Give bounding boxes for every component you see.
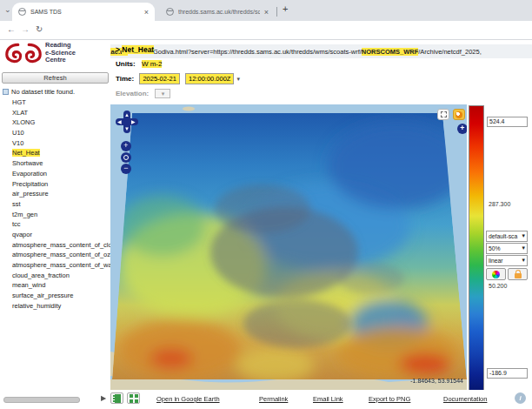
logo-text: Reading e-Science Centre: [45, 42, 76, 64]
tab-screenshots[interactable]: thredds.sams.ac.uk/thredds/screenshots/.…: [160, 3, 275, 21]
palette-select[interactable]: default-sca▾: [486, 231, 528, 242]
filmstrip-icon: [113, 394, 121, 403]
chevron-down-icon: ▾: [522, 232, 525, 239]
sidebar: Reading e-Science Centre Refresh No data…: [0, 40, 110, 390]
google-earth-link[interactable]: Open in Google Earth: [156, 395, 220, 403]
zoom-out-button[interactable]: −: [121, 164, 131, 174]
list-item[interactable]: U10: [0, 128, 110, 138]
url-path: /thredds/Godiva.html?server=https://thre…: [128, 48, 362, 56]
list-item[interactable]: Shortwave: [0, 158, 110, 169]
list-item[interactable]: qvapor: [0, 230, 110, 240]
variable-list: HGT XLAT XLONG U10 V10 Net_Heat Shortwav…: [0, 97, 110, 311]
pan-up-icon[interactable]: ▲: [124, 112, 130, 117]
url-dataset: NORSCOMS_WRF: [362, 48, 418, 56]
forward-icon[interactable]: →: [21, 24, 30, 34]
basemap-palette-button[interactable]: [453, 109, 465, 120]
list-item-selected[interactable]: Net_Heat: [0, 148, 110, 158]
refresh-button[interactable]: Refresh: [2, 72, 109, 84]
elevation-select: ▾: [155, 89, 170, 98]
multi-frame-button[interactable]: [127, 392, 140, 404]
pan-down-icon[interactable]: ▼: [124, 126, 130, 131]
documentation-link[interactable]: Documentation: [443, 395, 487, 403]
tab-title: SAMS TDS: [30, 9, 140, 15]
scale-min-input[interactable]: -186.9: [487, 368, 528, 379]
url-path-end: /Archive/netcdf_2025,: [418, 48, 482, 56]
layer-switcher-button[interactable]: +: [457, 124, 467, 134]
resc-spiral-icon: [4, 42, 43, 64]
globe-icon: [123, 155, 129, 160]
time-date-input[interactable]: 2025-02-21: [139, 73, 179, 84]
tab-sams-tds[interactable]: SAMS TDS ×: [12, 3, 155, 21]
elevation-row: Elevation: ▾: [116, 89, 170, 98]
units-value: W m-2: [142, 60, 163, 68]
list-item[interactable]: Evaporation: [0, 169, 110, 179]
info-icon[interactable]: i: [515, 392, 526, 404]
list-item[interactable]: tcc: [0, 219, 110, 230]
list-item[interactable]: sst: [0, 199, 110, 210]
browser-toolbar: ← → ↻ ⇅ thredds.sams.ac.uk/thredds/Godiv…: [0, 21, 532, 40]
list-item[interactable]: V10: [0, 138, 110, 149]
export-png-link[interactable]: Export to PNG: [369, 395, 410, 403]
cursor-coordinates: -1.84643, 53.91544: [410, 378, 463, 384]
browser-window: ⌄ SAMS TDS × thredds.sams.ac.uk/thredds/…: [0, 0, 532, 409]
pan-right-icon[interactable]: ▶: [131, 119, 136, 124]
list-item[interactable]: surface_air_pressure: [0, 291, 110, 301]
tab-divider: [276, 7, 277, 17]
scale-upper-label: 287.300: [489, 201, 510, 207]
color-scale-bar[interactable]: [469, 105, 484, 396]
lock-icon: [515, 273, 522, 278]
list-item[interactable]: atmosphere_mass_content_of_ozon: [0, 250, 110, 260]
list-item[interactable]: relative_humidity: [0, 301, 110, 312]
list-item[interactable]: atmosphere_mass_content_of_wate: [0, 260, 110, 271]
time-select[interactable]: 12:00:00.000Z: [185, 73, 234, 84]
list-item[interactable]: Precipitation: [0, 179, 110, 190]
tab-favicon: [166, 8, 174, 16]
map-canvas[interactable]: ▲ ▼ ◀ ▶ + − + -1.84643, 53.91544: [110, 104, 467, 390]
close-icon[interactable]: ×: [144, 8, 149, 17]
permalink-link[interactable]: Permalink: [259, 395, 288, 403]
list-item[interactable]: cloud_area_fraction: [0, 271, 110, 281]
opacity-select[interactable]: 50%▾: [486, 243, 528, 254]
scale-buttons: [486, 268, 528, 280]
zoom-in-button[interactable]: +: [121, 141, 131, 151]
list-item[interactable]: t2m_gen: [0, 210, 110, 220]
scale-type-select[interactable]: linear▾: [486, 255, 528, 266]
tab-search-chevron-icon[interactable]: ⌄: [4, 5, 11, 14]
play-icon[interactable]: ▶: [101, 394, 106, 402]
scale-max-input[interactable]: 524.4: [487, 117, 528, 127]
back-icon[interactable]: ←: [7, 24, 16, 34]
dataset-tree-root[interactable]: No dataset title found.: [3, 88, 75, 96]
lock-scale-button[interactable]: [508, 268, 528, 280]
tab-title: thredds.sams.ac.uk/thredds/screenshots/.…: [178, 9, 260, 15]
close-icon[interactable]: ×: [264, 8, 269, 17]
map-pan-control[interactable]: ▲ ▼ ◀ ▶: [116, 111, 138, 133]
list-item[interactable]: air_pressure: [0, 189, 110, 199]
time-row: Time: 2025-02-21 12:00:00.000Z▾: [116, 73, 240, 84]
list-item[interactable]: atmosphere_mass_content_of_cloud: [0, 240, 110, 251]
select-region-button[interactable]: [437, 109, 449, 120]
time-label: Time:: [116, 75, 134, 83]
elevation-label: Elevation:: [116, 90, 149, 97]
email-link[interactable]: Email Link: [313, 395, 343, 403]
zoom-world-button[interactable]: [121, 152, 131, 163]
chevron-down-icon: ▾: [236, 76, 240, 82]
reload-icon[interactable]: ↻: [36, 24, 43, 34]
list-item[interactable]: HGT: [0, 97, 110, 108]
scale-lower-label: 50.200: [489, 283, 507, 289]
tree-node-icon: [3, 89, 9, 95]
list-item[interactable]: XLAT: [0, 108, 110, 118]
footer-bar: ▶ Open in Google Earth Permalink Email L…: [0, 390, 532, 409]
tab-strip: ⌄ SAMS TDS × thredds.sams.ac.uk/thredds/…: [0, 0, 532, 21]
units-row: Units: W m-2: [116, 60, 162, 68]
time-scrubber[interactable]: [3, 397, 80, 403]
tab-favicon: [18, 8, 26, 16]
units-label: Units:: [116, 60, 136, 68]
new-tab-button[interactable]: +: [283, 3, 288, 14]
animation-button[interactable]: [110, 392, 123, 404]
palette-wheel-button[interactable]: [486, 268, 506, 280]
palette-icon: [456, 111, 462, 118]
map-visualization: [110, 104, 467, 390]
list-item[interactable]: mean_wind: [0, 280, 110, 291]
pan-left-icon[interactable]: ◀: [117, 119, 122, 124]
list-item[interactable]: XLONG: [0, 117, 110, 128]
